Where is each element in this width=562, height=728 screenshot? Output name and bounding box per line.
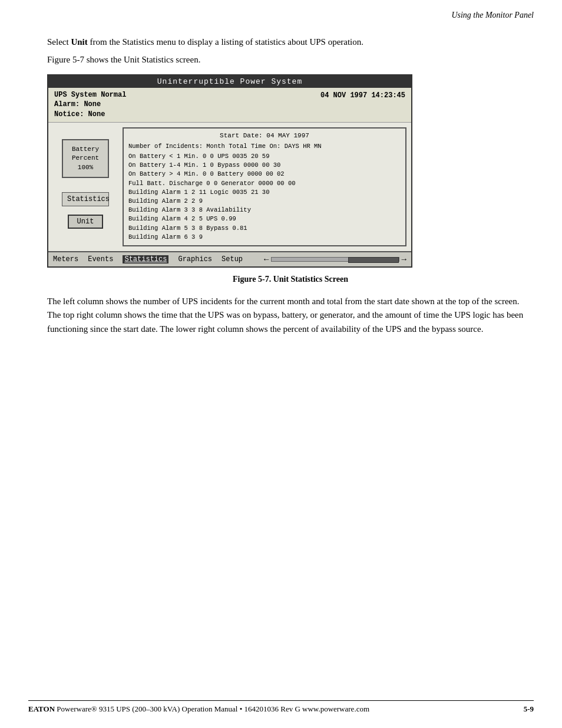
scroll-track bbox=[271, 257, 399, 262]
start-date: Start Date: 04 MAY 1997 bbox=[128, 132, 401, 139]
footer-left-text: EATON Powerware® 9315 UPS (200–300 kVA) … bbox=[28, 704, 369, 714]
footer-product-info: Powerware® 9315 UPS (200–300 kVA) Operat… bbox=[57, 704, 369, 713]
data-row-3: On Battery > 4 Min. 0 0 Battery 0000 00 … bbox=[128, 170, 401, 179]
ups-status-bar: UPS System Normal Alarm: None Notice: No… bbox=[48, 88, 411, 123]
ups-menubar: Meters Events Statistics Graphics Setup … bbox=[48, 251, 411, 266]
data-row-10: Building Alarm 6 3 9 bbox=[128, 233, 401, 242]
ups-screen-mockup: Uninterruptible Power System UPS System … bbox=[47, 74, 412, 268]
scroll-right-arrow[interactable]: → bbox=[402, 255, 406, 264]
figure-caption: Figure 5-7. Unit Statistics Screen bbox=[47, 275, 534, 284]
battery-label-line1: Battery bbox=[67, 145, 104, 154]
ups-date-time: 04 NOV 1997 14:23:45 bbox=[320, 90, 405, 100]
data-row-1: On Battery < 1 Min. 0 0 UPS 0035 20 59 bbox=[128, 152, 401, 161]
page-footer: EATON Powerware® 9315 UPS (200–300 kVA) … bbox=[28, 700, 534, 714]
menu-events[interactable]: Events bbox=[88, 255, 113, 263]
footer-brand: EATON bbox=[28, 704, 55, 713]
data-row-6: Building Alarm 2 2 9 bbox=[128, 197, 401, 206]
intro-text-prefix: Select bbox=[47, 37, 71, 47]
intro-paragraph: Select Unit from the Statistics menu to … bbox=[47, 35, 534, 49]
battery-box: Battery Percent 100% bbox=[62, 139, 109, 178]
scrollbar-area: ← → bbox=[264, 255, 406, 264]
ups-status-left: UPS System Normal Alarm: None Notice: No… bbox=[54, 90, 126, 120]
figure-reference: Figure 5-7 shows the Unit Statistics scr… bbox=[47, 55, 534, 65]
ups-body: Battery Percent 100% Statistics Unit Sta… bbox=[48, 123, 411, 251]
data-row-7: Building Alarm 3 3 8 Availability bbox=[128, 206, 401, 215]
ups-notice-status: Notice: None bbox=[54, 110, 126, 120]
body-paragraph-1: The left column shows the number of UPS … bbox=[47, 295, 534, 336]
menu-meters[interactable]: Meters bbox=[53, 255, 78, 263]
ups-right-panel: Start Date: 04 MAY 1997 Number of Incide… bbox=[123, 127, 406, 246]
data-row-4: Full Batt. Discharge 0 0 Generator 0000 … bbox=[128, 179, 401, 188]
data-row-9: Building Alarm 5 3 8 Bypass 0.81 bbox=[128, 224, 401, 233]
data-row-5: Building Alarm 1 2 11 Logic 0035 21 30 bbox=[128, 188, 401, 197]
page-header-title: Using the Monitor Panel bbox=[451, 11, 534, 20]
scroll-thumb bbox=[348, 257, 399, 263]
scroll-left-arrow[interactable]: ← bbox=[264, 255, 269, 264]
battery-label-line3: 100% bbox=[67, 163, 104, 172]
incidents-header: Number of Incidents: Month Total Time On… bbox=[128, 143, 401, 150]
data-rows: On Battery < 1 Min. 0 0 UPS 0035 20 59 O… bbox=[128, 152, 401, 242]
battery-label-line2: Percent bbox=[67, 154, 104, 163]
menu-graphics[interactable]: Graphics bbox=[178, 255, 212, 263]
footer-page-number: 5-9 bbox=[524, 704, 534, 714]
intro-text-suffix: from the Statistics menu to display a li… bbox=[88, 37, 363, 47]
unit-box[interactable]: Unit bbox=[68, 215, 103, 229]
menu-statistics[interactable]: Statistics bbox=[123, 255, 168, 263]
ups-screen-title: Uninterruptible Power System bbox=[48, 75, 411, 88]
ups-left-panel: Battery Percent 100% Statistics Unit bbox=[53, 127, 118, 246]
main-content: Select Unit from the Statistics menu to … bbox=[47, 35, 534, 344]
menu-setup[interactable]: Setup bbox=[222, 255, 243, 263]
intro-bold-unit: Unit bbox=[71, 37, 87, 47]
data-row-2: On Battery 1-4 Min. 1 0 Bypass 0000 00 3… bbox=[128, 161, 401, 170]
ups-system-status: UPS System Normal bbox=[54, 90, 126, 100]
data-row-8: Building Alarm 4 2 5 UPS 0.99 bbox=[128, 215, 401, 223]
ups-alarm-status: Alarm: None bbox=[54, 100, 126, 110]
statistics-label: Statistics bbox=[62, 192, 109, 206]
